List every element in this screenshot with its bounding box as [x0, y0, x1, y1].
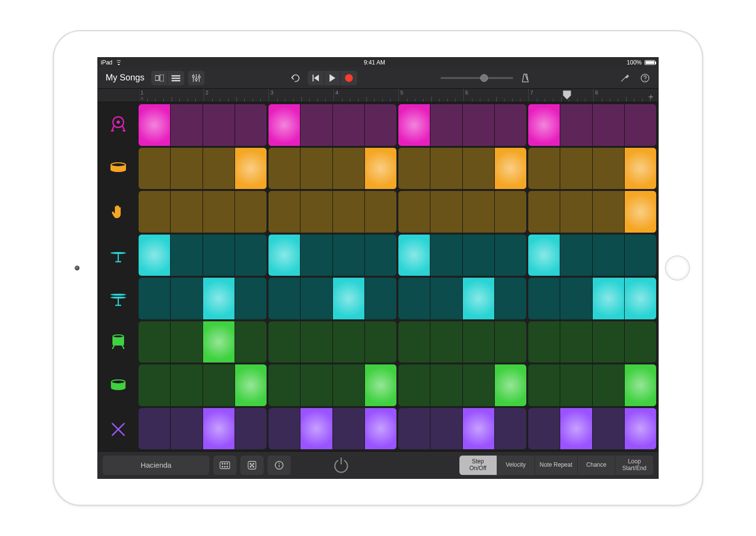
- step-cell[interactable]: [463, 364, 494, 406]
- step-cell[interactable]: [365, 321, 396, 363]
- step-cell[interactable]: [495, 104, 526, 146]
- settings-button[interactable]: [616, 71, 633, 85]
- step-cell[interactable]: [593, 278, 624, 319]
- step-cell[interactable]: [430, 278, 462, 319]
- step-cell[interactable]: [430, 104, 462, 146]
- step-cell[interactable]: [560, 408, 592, 450]
- step-cell[interactable]: [593, 408, 624, 450]
- step-cell[interactable]: [300, 278, 332, 319]
- mode-step-on-off[interactable]: Step On/Off: [459, 456, 497, 475]
- step-cell[interactable]: [365, 278, 396, 319]
- browser-view-button[interactable]: [151, 71, 168, 85]
- instrument-clap[interactable]: [98, 189, 139, 233]
- step-cell[interactable]: [333, 408, 364, 450]
- step-cell[interactable]: [625, 321, 656, 363]
- ruler-beat[interactable]: 3: [268, 89, 333, 102]
- step-cell[interactable]: [430, 408, 462, 450]
- step-cell[interactable]: [593, 321, 624, 363]
- step-cell[interactable]: [139, 235, 170, 276]
- step-cell[interactable]: [625, 235, 656, 276]
- step-cell[interactable]: [593, 104, 624, 146]
- step-cell[interactable]: [139, 408, 170, 450]
- mode-chance[interactable]: Chance: [578, 456, 615, 475]
- step-cell[interactable]: [139, 364, 170, 406]
- step-cell[interactable]: [593, 364, 624, 406]
- step-cell[interactable]: [139, 278, 170, 319]
- step-cell[interactable]: [235, 104, 267, 146]
- step-cell[interactable]: [333, 321, 364, 363]
- instrument-tom-high[interactable]: [98, 320, 139, 364]
- step-cell[interactable]: [268, 408, 300, 450]
- step-cell[interactable]: [560, 104, 592, 146]
- step-cell[interactable]: [560, 321, 592, 363]
- step-cell[interactable]: [171, 104, 202, 146]
- step-cell[interactable]: [593, 191, 624, 233]
- home-button[interactable]: [665, 255, 690, 281]
- ruler-beat[interactable]: 4: [333, 89, 398, 102]
- step-cell[interactable]: [235, 191, 267, 233]
- step-cell[interactable]: [268, 321, 300, 363]
- step-cell[interactable]: [235, 408, 267, 450]
- step-cell[interactable]: [235, 278, 267, 319]
- step-cell[interactable]: [398, 104, 430, 146]
- mode-note-repeat[interactable]: Note Repeat: [535, 456, 578, 475]
- step-cell[interactable]: [300, 235, 332, 276]
- ruler-beat[interactable]: 1A: [139, 89, 204, 102]
- step-cell[interactable]: [495, 408, 526, 450]
- step-cell[interactable]: [171, 278, 202, 319]
- power-button[interactable]: [328, 452, 355, 479]
- step-cell[interactable]: [139, 148, 170, 189]
- step-cell[interactable]: [398, 235, 430, 276]
- step-cell[interactable]: [235, 148, 267, 189]
- step-cell[interactable]: [203, 148, 235, 189]
- step-cell[interactable]: [203, 408, 235, 450]
- info-button[interactable]: [268, 456, 291, 475]
- instrument-kick[interactable]: [98, 102, 139, 146]
- step-cell[interactable]: [463, 191, 494, 233]
- step-cell[interactable]: [528, 148, 560, 189]
- step-cell[interactable]: [203, 364, 235, 406]
- step-cell[interactable]: [235, 364, 267, 406]
- step-cell[interactable]: [625, 408, 656, 450]
- step-cell[interactable]: [139, 104, 170, 146]
- step-cell[interactable]: [333, 104, 364, 146]
- step-cell[interactable]: [430, 235, 462, 276]
- step-cell[interactable]: [398, 364, 430, 406]
- step-cell[interactable]: [300, 104, 332, 146]
- instrument-sticks[interactable]: [98, 408, 139, 451]
- randomize-button[interactable]: [240, 456, 264, 475]
- step-cell[interactable]: [333, 364, 364, 406]
- step-cell[interactable]: [171, 148, 202, 189]
- step-cell[interactable]: [300, 148, 332, 189]
- step-cell[interactable]: [203, 191, 235, 233]
- step-cell[interactable]: [300, 191, 332, 233]
- playhead[interactable]: [562, 90, 572, 100]
- step-cell[interactable]: [333, 235, 364, 276]
- step-cell[interactable]: [495, 148, 526, 189]
- step-cell[interactable]: [528, 408, 560, 450]
- step-cell[interactable]: [398, 321, 430, 363]
- instrument-hihat-o[interactable]: [98, 277, 139, 320]
- step-cell[interactable]: [398, 278, 430, 319]
- step-cell[interactable]: [365, 364, 396, 406]
- step-cell[interactable]: [430, 191, 462, 233]
- step-cell[interactable]: [593, 148, 624, 189]
- step-cell[interactable]: [625, 364, 656, 406]
- step-cell[interactable]: [463, 148, 494, 189]
- master-volume-slider[interactable]: [441, 77, 513, 79]
- step-cell[interactable]: [365, 104, 396, 146]
- mode-velocity[interactable]: Velocity: [497, 456, 535, 475]
- step-cell[interactable]: [365, 408, 396, 450]
- step-cell[interactable]: [203, 278, 235, 319]
- step-cell[interactable]: [625, 278, 656, 319]
- step-cell[interactable]: [365, 148, 396, 189]
- step-cell[interactable]: [528, 364, 560, 406]
- step-cell[interactable]: [235, 321, 267, 363]
- ruler-beat[interactable]: 6: [463, 89, 528, 102]
- step-cell[interactable]: [593, 235, 624, 276]
- pattern-select-button[interactable]: [213, 456, 236, 475]
- volume-knob[interactable]: [480, 74, 488, 82]
- ruler-beat[interactable]: 8: [593, 89, 658, 102]
- ruler-beat[interactable]: 5: [398, 89, 463, 102]
- step-cell[interactable]: [625, 104, 656, 146]
